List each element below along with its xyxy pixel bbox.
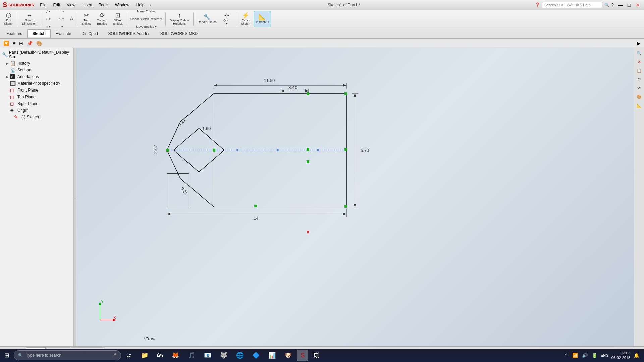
mail-button[interactable]: 📧 — [200, 350, 215, 361]
svg-rect-33 — [307, 148, 309, 151]
app2-icon: 🐶 — [284, 352, 292, 359]
trim-entities-button[interactable]: ✂ TrimEntities — [79, 11, 94, 27]
task-view-button[interactable]: 🗂 — [122, 350, 136, 361]
repair-sketch-button[interactable]: 🔧 Repair Sketch — [195, 11, 219, 27]
rect-tool-button[interactable]: □ ▾ — [43, 15, 55, 23]
rp-custom-btn[interactable]: 📐 — [635, 102, 643, 110]
tree-item-sensors[interactable]: 📡 Sensors — [0, 67, 73, 73]
rp-appear-btn[interactable]: 🎨 — [635, 93, 643, 101]
menu-tools[interactable]: Tools — [96, 1, 112, 9]
rp-display-btn[interactable]: 👁 — [635, 84, 643, 92]
media-button[interactable]: 🎵 — [184, 350, 199, 361]
rp-search-btn[interactable]: 🔍 — [635, 49, 643, 57]
quick-label: Qui...▾ — [223, 19, 231, 26]
tree-item-top-plane[interactable]: ◻ Top Plane — [0, 94, 73, 100]
rapid-sketch-button[interactable]: ⚡ RapidSketch — [238, 11, 253, 27]
sw-search-input[interactable] — [542, 2, 602, 8]
text-tool-button[interactable]: A — [68, 16, 75, 22]
arc-tool-button[interactable]: ⌒ ▾ — [55, 8, 67, 15]
instant2d-label: Instant2D — [256, 21, 269, 24]
rp-settings-btn[interactable]: ✕ — [635, 58, 643, 66]
matlab-button[interactable]: 📊 — [265, 350, 279, 361]
display-relations-button[interactable]: ↕ Display/DeleteRelations — [167, 11, 192, 27]
file-explorer-button[interactable]: 📁 — [137, 350, 152, 361]
instant2d-button[interactable]: 📐 Instant2D — [254, 11, 271, 27]
expand-icon[interactable]: ▶ — [636, 40, 642, 47]
pin-icon[interactable]: 📌 — [25, 40, 34, 47]
matlab-icon: 📊 — [268, 352, 276, 359]
grid-icon[interactable]: ⊞ — [18, 40, 24, 47]
svg-marker-17 — [167, 213, 170, 215]
question-icon[interactable]: ? — [611, 2, 614, 7]
part1-label: Part1 (Default<<Default>_Display Sta — [9, 50, 71, 59]
edge-button[interactable]: 🌐 — [232, 350, 247, 361]
system-clock[interactable]: 23:03 06-02-2018 — [611, 351, 630, 360]
tab-sw-addins[interactable]: SOLIDWORKS Add-Ins — [103, 29, 155, 37]
panel-resize-handle[interactable]: ⋮ — [74, 48, 76, 346]
svg-rect-34 — [344, 92, 347, 95]
front-plane-label: Front Plane — [17, 88, 38, 93]
start-button[interactable]: ⊞ — [1, 350, 12, 361]
tab-dimxpert[interactable]: DimXpert — [76, 29, 103, 37]
maximize-button[interactable]: □ — [625, 2, 633, 8]
color-icon[interactable]: 🎨 — [35, 40, 43, 47]
tab-sw-mbd[interactable]: SOLIDWORKS MBD — [155, 29, 203, 37]
spline-tool-button[interactable]: 〜 ▾ — [55, 15, 67, 23]
network-icon[interactable]: 📶 — [572, 352, 579, 359]
quick-snaps-button[interactable]: ⊹ Qui...▾ — [220, 11, 234, 27]
close-button[interactable]: ✕ — [634, 2, 641, 8]
app2-button[interactable]: 🐶 — [281, 350, 296, 361]
wolf-button[interactable]: 🐺 — [216, 350, 231, 361]
svg-text:2.67: 2.67 — [153, 145, 158, 154]
offset-entities-button[interactable]: ⊡ OffsetEntities — [110, 11, 125, 27]
rp-config-btn[interactable]: ⚙ — [635, 75, 643, 83]
tree-item-origin[interactable]: ⊕ Origin — [0, 107, 73, 114]
line-tool-button[interactable]: ╱ ▾ — [43, 8, 55, 15]
convert-entities-button[interactable]: ⟳ ConvertEntities — [95, 11, 110, 27]
notification-icon[interactable]: 🔔 — [633, 352, 640, 359]
volume-icon[interactable]: 🔊 — [581, 352, 588, 359]
sensors-label: Sensors — [17, 68, 32, 72]
exit-sketch-button[interactable]: ⬡ ExitSketch — [1, 11, 16, 27]
store-button[interactable]: 🛍 — [153, 350, 167, 361]
rp-prop-btn[interactable]: 📋 — [635, 67, 643, 75]
svg-text:X: X — [113, 315, 116, 320]
canvas-viewport[interactable]: 6.70 11.50 14 3.40 3.21 1.60 2.67 3.21 — [76, 48, 634, 346]
taskbar-search[interactable]: 🔍 Type here to search 🎤 — [14, 350, 121, 360]
tree-item-part1[interactable]: 🔧 Part1 (Default<<Default>_Display Sta — [0, 49, 73, 60]
list-icon[interactable]: ≡ — [11, 40, 17, 47]
menu-insert[interactable]: Insert — [79, 1, 96, 9]
tab-features[interactable]: Features — [1, 29, 27, 37]
help-icon[interactable]: ❓ — [535, 2, 540, 7]
photos-button[interactable]: 🖼 — [310, 350, 323, 361]
tree-item-front-plane[interactable]: ◻ Front Plane — [0, 87, 73, 94]
app-logo: S SOLIDWORKS — [3, 1, 34, 9]
mic-icon[interactable]: 🎤 — [112, 353, 117, 358]
svg-rect-32 — [307, 92, 309, 95]
tree-item-history[interactable]: ▶ 📋 History — [0, 60, 73, 67]
filter-icon[interactable]: 🔽 — [2, 40, 10, 47]
search-icon[interactable]: 🔍 — [604, 3, 609, 7]
smart-dimension-button[interactable]: ↔ SmartDimension — [20, 11, 39, 27]
minimize-button[interactable]: — — [616, 2, 624, 8]
tree-item-sketch1[interactable]: ✎ (-) Sketch1 — [0, 114, 73, 120]
language-indicator[interactable]: ENG — [601, 353, 609, 357]
svg-text:14: 14 — [254, 216, 258, 221]
firefox-button[interactable]: 🦊 — [168, 350, 183, 361]
tree-item-right-plane[interactable]: ◻ Right Plane — [0, 100, 73, 107]
tray-arrow[interactable]: ⌃ — [564, 352, 569, 359]
media-icon: 🎵 — [188, 352, 195, 359]
tree-item-annotations[interactable]: ▶ 🅰 Annotations — [0, 73, 73, 80]
tab-evaluate[interactable]: Evaluate — [51, 29, 76, 37]
app1-button[interactable]: 🔷 — [249, 350, 263, 361]
tab-sketch[interactable]: Sketch — [27, 29, 50, 37]
display-label: Display/DeleteRelations — [170, 19, 189, 26]
mirror-entities-button[interactable]: Mirror Entities — [129, 8, 164, 15]
taskbar-system-tray: ⌃ 📶 🔊 🔋 ENG 23:03 06-02-2018 🔔 — [564, 351, 643, 360]
solidworks-taskbar-button[interactable]: S — [297, 350, 308, 361]
linear-pattern-button[interactable]: Linear Sketch Pattern ▾ — [129, 15, 164, 23]
battery-icon[interactable]: 🔋 — [591, 352, 598, 359]
tree-item-material[interactable]: 🔲 Material <not specified> — [0, 80, 73, 87]
task-view-icon: 🗂 — [126, 352, 132, 359]
svg-rect-35 — [344, 148, 347, 151]
